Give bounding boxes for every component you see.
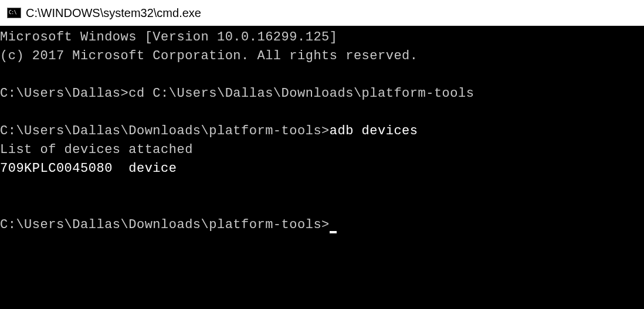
output-device-line: 709KPLC0045080 device — [0, 159, 644, 178]
cursor — [330, 231, 337, 233]
window-titlebar: C:\ C:\WINDOWS\system32\cmd.exe — [0, 0, 644, 26]
cmd-icon-label: C:\ — [9, 11, 16, 15]
command-2: adb devices — [330, 124, 418, 138]
prompt-1: C:\Users\Dallas> — [0, 86, 128, 101]
header-version: Microsoft Windows [Version 10.0.16299.12… — [0, 28, 644, 47]
prompt-2: C:\Users\Dallas\Downloads\platform-tools… — [0, 124, 330, 138]
cmd-icon: C:\ — [7, 8, 21, 18]
blank-line — [0, 197, 644, 216]
device-id: 709KPLC0045080 — [0, 161, 113, 176]
blank-line — [0, 66, 644, 84]
command-1: cd C:\Users\Dallas\Downloads\platform-to… — [128, 86, 474, 101]
command-line-1: C:\Users\Dallas>cd C:\Users\Dallas\Downl… — [0, 84, 644, 103]
blank-line — [0, 103, 644, 122]
command-line-2: C:\Users\Dallas\Downloads\platform-tools… — [0, 122, 644, 141]
window-title: C:\WINDOWS\system32\cmd.exe — [26, 6, 201, 20]
command-line-3: C:\Users\Dallas\Downloads\platform-tools… — [0, 216, 644, 235]
device-status: device — [128, 161, 177, 176]
output-header: List of devices attached — [0, 141, 644, 159]
blank-line — [0, 178, 644, 197]
header-copyright: (c) 2017 Microsoft Corporation. All righ… — [0, 47, 644, 66]
terminal-output[interactable]: Microsoft Windows [Version 10.0.16299.12… — [0, 26, 644, 309]
prompt-3: C:\Users\Dallas\Downloads\platform-tools… — [0, 218, 330, 232]
